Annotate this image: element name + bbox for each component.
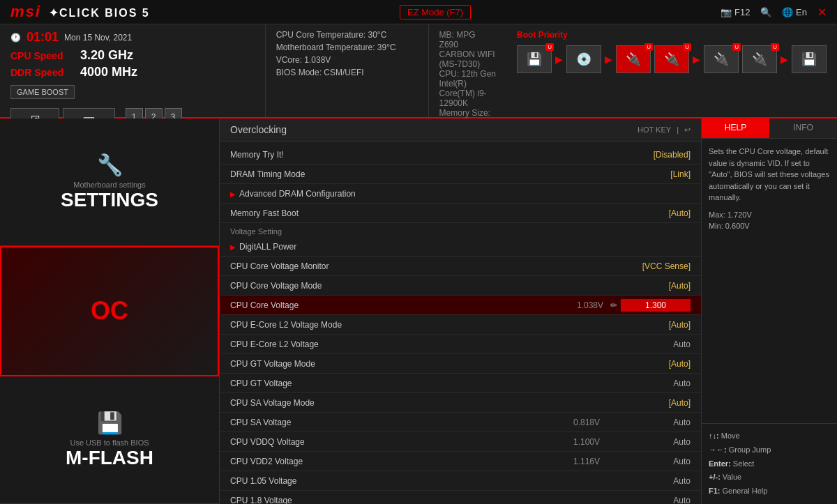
cpu-speed-row: CPU Speed 3.20 GHz <box>10 48 255 63</box>
screenshot-button[interactable]: 📷 F12 <box>721 7 750 17</box>
setting-cpu-gt[interactable]: CPU GT Voltage Auto <box>220 374 701 393</box>
boot-device-2[interactable]: 💿 <box>566 45 601 73</box>
mb-temp: Motherboard Temperature: 39°C <box>276 43 418 52</box>
setting-cpu-gt-mode[interactable]: CPU GT Voltage Mode [Auto] <box>220 354 701 374</box>
setting-current-sa: 0.818V <box>544 418 600 427</box>
boot-device-1[interactable]: 💾U <box>517 45 552 73</box>
setting-name-sa-mode: CPU SA Voltage Mode <box>230 398 607 408</box>
hotkey-area: HOT KEY | ↩ <box>638 125 691 135</box>
sidebar-item-mflash[interactable]: 💾 Use USB to flash BIOS M-FLASH <box>0 376 219 504</box>
sidebar-item-settings[interactable]: 🔧 Motherboard settings SETTINGS <box>0 119 219 246</box>
hotkey-label: HOT KEY <box>638 125 671 134</box>
setting-value-vddq: Auto <box>607 437 691 447</box>
ddr-speed-value: 4000 MHz <box>80 65 137 79</box>
setting-dram-timing[interactable]: DRAM Timing Mode [Link] <box>220 165 701 184</box>
setting-name-vddq: CPU VDDQ Voltage <box>230 437 544 447</box>
key-enter: Enter: Select <box>709 457 830 471</box>
setting-name-105: CPU 1.05 Voltage <box>230 476 607 486</box>
help-tabs: HELP INFO <box>702 119 837 139</box>
setting-cpu-core-voltage-mode[interactable]: CPU Core Voltage Mode [Auto] <box>220 276 701 296</box>
boot-device-4[interactable]: 🔌U <box>654 45 689 73</box>
content-body: Memory Try It! [Disabled] DRAM Timing Mo… <box>220 142 701 504</box>
setting-name-ecore-l2: CPU E-Core L2 Voltage <box>230 339 607 349</box>
key-value-symbol: +/-: <box>709 473 721 481</box>
content-area: Overclocking HOT KEY | ↩ Memory Try It! … <box>220 119 701 504</box>
setting-value-sa: Auto <box>607 418 691 427</box>
key-jump-symbol: →←: <box>709 445 727 454</box>
cpu-model: CPU: 12th Gen Intel(R) Core(TM) i9-12900… <box>439 69 496 108</box>
setting-current-vdd2: 1.116V <box>544 457 600 466</box>
help-keys: ↑↓: Move →←: Group Jump Enter: Select +/… <box>702 423 837 504</box>
game-boost-button[interactable]: GAME BOOST <box>10 85 75 99</box>
key-move: ↑↓: Move <box>709 429 830 443</box>
stats-right: MB: MPG Z690 CARBON WIFI (MS-7D30) CPU: … <box>429 24 506 117</box>
setting-name-dram-timing: DRAM Timing Mode <box>230 169 607 179</box>
setting-value-ecore-l2-mode: [Auto] <box>607 320 691 330</box>
setting-current-vddq: 1.100V <box>544 437 600 447</box>
settings-icon: 🔧 <box>97 153 123 177</box>
setting-cpu-core-voltage[interactable]: CPU Core Voltage 1.038V ✏ <box>220 296 701 315</box>
setting-cpu-18[interactable]: CPU 1.8 Voltage Auto <box>220 491 701 504</box>
setting-cpu-sa-mode[interactable]: CPU SA Voltage Mode [Auto] <box>220 393 701 413</box>
language-button[interactable]: 🌐 En <box>782 7 807 17</box>
boot-device-6[interactable]: 🔌U <box>742 45 777 73</box>
hotkey-separator: | <box>677 125 679 134</box>
key-f1-symbol: F1: <box>709 487 721 495</box>
setting-name-advanced-dram: Advanced DRAM Configuration <box>230 189 691 199</box>
cpu-speed-label: CPU Speed <box>10 50 73 61</box>
cpu-core-voltage-input[interactable] <box>621 299 691 312</box>
oc-title: OC <box>91 296 128 326</box>
setting-cpu-core-voltage-monitor[interactable]: CPU Core Voltage Monitor [VCC Sense] <box>220 257 701 276</box>
search-button[interactable]: 🔍 <box>760 7 771 17</box>
top-bar: msi ✦CLICK BIOS 5 EZ Mode (F7) 📷 F12 🔍 🌐… <box>0 0 837 24</box>
boot-device-5[interactable]: 🔌U <box>704 45 739 73</box>
ez-mode-button[interactable]: EZ Mode (F7) <box>400 5 471 20</box>
setting-value-dram-timing: [Link] <box>607 169 691 179</box>
sidebar-item-oc[interactable]: OC <box>0 246 219 376</box>
setting-name-gt: CPU GT Voltage <box>230 379 607 388</box>
sidebar: 🔧 Motherboard settings SETTINGS OC 💾 Use… <box>0 119 220 504</box>
stats-middle: CPU Core Temperature: 30°C Motherboard T… <box>266 24 429 117</box>
voltage-section-label: Voltage Setting <box>220 223 701 237</box>
key-move-symbol: ↑↓: <box>709 432 719 440</box>
bios-mode: BIOS Mode: CSM/UEFI <box>276 68 418 77</box>
setting-cpu-vddq[interactable]: CPU VDDQ Voltage 1.100V Auto <box>220 432 701 452</box>
time-display: 🕐 01:01 Mon 15 Nov, 2021 <box>10 30 255 45</box>
setting-name-memory-try-it: Memory Try It! <box>230 150 607 160</box>
close-button[interactable]: ✕ <box>817 6 827 19</box>
setting-cpu-sa[interactable]: CPU SA Voltage 0.818V Auto <box>220 413 701 432</box>
boot-device-7[interactable]: 💾 <box>792 45 827 73</box>
mflash-sub: Use USB to flash BIOS <box>70 438 149 447</box>
boot-arrow-2: ▶ <box>605 54 612 65</box>
setting-advanced-dram[interactable]: Advanced DRAM Configuration <box>220 184 701 204</box>
tab-info[interactable]: INFO <box>769 119 837 138</box>
back-button[interactable]: ↩ <box>684 125 691 135</box>
clock-icon: 🕐 <box>10 33 21 43</box>
cpu-speed-value: 3.20 GHz <box>80 48 133 63</box>
setting-memory-try-it[interactable]: Memory Try It! [Disabled] <box>220 145 701 165</box>
setting-cpu-vdd2[interactable]: CPU VDD2 Voltage 1.116V Auto <box>220 452 701 471</box>
boot-device-3[interactable]: 🔌U <box>616 45 651 73</box>
setting-value-gt: Auto <box>607 379 691 388</box>
setting-memory-fast-boot[interactable]: Memory Fast Boot [Auto] <box>220 204 701 223</box>
setting-digitall-power[interactable]: DigitALL Power <box>220 237 701 257</box>
setting-cpu-ecore-l2-mode[interactable]: CPU E-Core L2 Voltage Mode [Auto] <box>220 315 701 335</box>
boot-arrow-3: ▶ <box>693 54 700 65</box>
key-value: +/-: Value <box>709 471 830 484</box>
help-content: Sets the CPU Core voltage, default value… <box>702 139 837 423</box>
setting-value-105: Auto <box>607 476 691 486</box>
setting-name-cpu-core-voltage: CPU Core Voltage <box>230 300 548 310</box>
help-max-value: Max: 1.720V <box>709 209 830 221</box>
setting-current-cpu-core-voltage: 1.038V <box>548 300 603 310</box>
time-value: 01:01 <box>27 30 59 45</box>
setting-name-cpu-core-mode: CPU Core Voltage Mode <box>230 281 607 291</box>
top-bar-controls: 📷 F12 🔍 🌐 En ✕ <box>721 6 827 19</box>
tab-help[interactable]: HELP <box>702 119 769 138</box>
stats-left: 🕐 01:01 Mon 15 Nov, 2021 CPU Speed 3.20 … <box>0 24 266 117</box>
date-value: Mon 15 Nov, 2021 <box>64 33 132 43</box>
setting-name-gt-mode: CPU GT Voltage Mode <box>230 359 607 369</box>
setting-cpu-ecore-l2[interactable]: CPU E-Core L2 Voltage Auto <box>220 335 701 354</box>
vcore: VCore: 1.038V <box>276 55 418 65</box>
ddr-speed-row: DDR Speed 4000 MHz <box>10 65 255 79</box>
setting-cpu-105[interactable]: CPU 1.05 Voltage Auto <box>220 471 701 491</box>
